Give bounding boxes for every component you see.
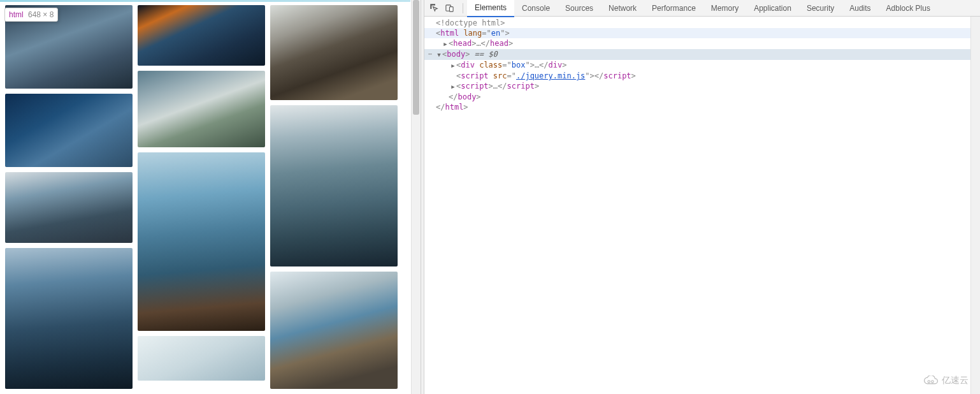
- gallery-column: [270, 5, 398, 389]
- cloud-icon: [923, 376, 939, 386]
- svg-point-3: [932, 381, 934, 383]
- gallery-image[interactable]: [270, 105, 398, 266]
- expand-arrow-icon[interactable]: ▶: [450, 82, 456, 92]
- tab-memory[interactable]: Memory: [703, 0, 746, 17]
- tree-line[interactable]: </body>: [424, 92, 980, 102]
- page-viewport: html 648 × 8: [0, 0, 421, 394]
- gallery-image[interactable]: [270, 272, 398, 389]
- tab-sources[interactable]: Sources: [558, 0, 601, 17]
- devtools-scrollbar[interactable]: [970, 17, 980, 394]
- gallery-image[interactable]: [5, 248, 133, 389]
- gallery-image[interactable]: [5, 94, 133, 167]
- tree-line[interactable]: ▶<div class="box">…</div>: [424, 60, 980, 71]
- tab-security[interactable]: Security: [799, 0, 842, 17]
- tab-console[interactable]: Console: [514, 0, 558, 17]
- doctype-text: <!doctype html>: [436, 18, 505, 27]
- gallery-image[interactable]: [138, 5, 265, 66]
- gallery-column: [138, 5, 265, 389]
- devtools-toolbar: Elements Console Sources Network Perform…: [424, 0, 980, 17]
- tab-performance[interactable]: Performance: [644, 0, 703, 17]
- dom-tree[interactable]: <!doctype html> <html lang="en"> ▶<head>…: [424, 17, 980, 394]
- expand-arrow-icon[interactable]: ▶: [450, 61, 456, 71]
- tree-line[interactable]: </html>: [424, 102, 980, 112]
- gallery-image[interactable]: [138, 71, 265, 147]
- tree-line[interactable]: ▶<script>…</script>: [424, 81, 980, 92]
- expand-arrow-icon[interactable]: ▶: [442, 39, 449, 49]
- watermark: 亿速云: [923, 375, 969, 386]
- tree-line[interactable]: <script src="./jquery.min.js"></script>: [424, 71, 980, 81]
- image-gallery: [0, 0, 421, 394]
- gallery-image[interactable]: [138, 152, 265, 331]
- scrollbar-thumb[interactable]: [413, 0, 419, 115]
- element-tooltip: html 648 × 8: [4, 8, 58, 22]
- toolbar-separator: [463, 3, 463, 13]
- collapse-arrow-icon[interactable]: ▼: [436, 50, 442, 60]
- tab-audits[interactable]: Audits: [842, 0, 878, 17]
- tab-adblock[interactable]: Adblock Plus: [879, 0, 938, 17]
- gallery-image[interactable]: [138, 336, 265, 381]
- watermark-text: 亿速云: [942, 375, 969, 386]
- svg-point-2: [928, 381, 930, 383]
- devtools-panel: Elements Console Sources Network Perform…: [424, 0, 980, 394]
- script-src-link[interactable]: ./jquery.min.js: [516, 71, 585, 80]
- tab-network[interactable]: Network: [601, 0, 644, 17]
- tree-line[interactable]: ▶<head>…</head>: [424, 38, 980, 49]
- device-toggle-icon[interactable]: [443, 3, 455, 14]
- tooltip-dimensions: 648 × 8: [28, 10, 54, 19]
- tree-line[interactable]: <html lang="en">: [424, 28, 980, 38]
- tab-elements[interactable]: Elements: [467, 0, 514, 17]
- page-scrollbar[interactable]: [411, 0, 421, 394]
- tree-line-selected[interactable]: ⋯ ▼<body> == $0: [424, 49, 980, 60]
- svg-rect-1: [449, 7, 453, 12]
- gallery-image[interactable]: [270, 5, 398, 100]
- gallery-image[interactable]: [5, 172, 133, 243]
- inspect-icon[interactable]: [428, 3, 440, 14]
- tree-line[interactable]: <!doctype html>: [424, 18, 980, 28]
- gallery-column: [5, 5, 133, 389]
- tooltip-tag: html: [9, 10, 24, 19]
- tab-application[interactable]: Application: [746, 0, 799, 17]
- selection-marker-icon: ⋯: [426, 49, 435, 59]
- page-load-bar: [0, 0, 410, 2]
